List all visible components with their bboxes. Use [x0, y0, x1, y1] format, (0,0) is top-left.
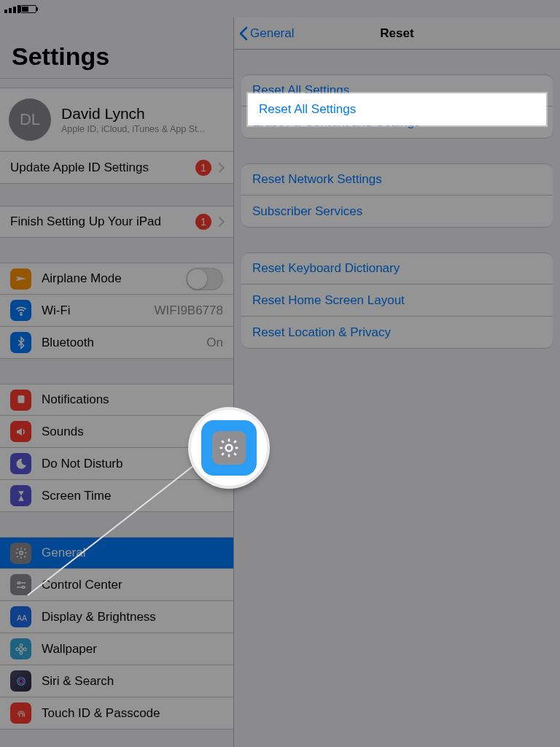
device-frame: Settings DL David Lynch Apple ID, iCloud…: [0, 0, 560, 747]
airplane-toggle[interactable]: [186, 268, 223, 290]
general-row[interactable]: General: [0, 537, 233, 569]
row-label: Subscriber Services: [252, 204, 362, 219]
display-row[interactable]: AA Display & Brightness: [0, 601, 233, 633]
row-label: Bluetooth: [42, 336, 206, 350]
sliders-icon: [10, 574, 31, 595]
control-center-row[interactable]: Control Center: [0, 569, 233, 601]
row-label: Touch ID & Passcode: [42, 706, 223, 721]
row-label: Control Center: [42, 578, 223, 592]
text-size-icon: AA: [10, 606, 31, 627]
battery-icon: [20, 5, 36, 13]
bluetooth-row[interactable]: Bluetooth On: [0, 327, 233, 359]
row-label: Display & Brightness: [42, 610, 223, 624]
bluetooth-icon: [10, 332, 31, 353]
touchid-row[interactable]: Touch ID & Passcode: [0, 697, 233, 729]
moon-icon: [10, 453, 31, 474]
gear-icon: [212, 431, 246, 465]
airplane-mode-row[interactable]: Airplane Mode: [0, 263, 233, 295]
row-label: Screen Time: [42, 489, 223, 503]
detail-navbar: General Reset: [234, 18, 560, 50]
settings-detail-pane: General Reset Reset All Settings Erase A…: [234, 18, 560, 747]
wallpaper-row[interactable]: Wallpaper: [0, 633, 233, 665]
badge: 1: [195, 160, 211, 176]
airplane-icon: [10, 268, 31, 290]
svg-point-4: [22, 586, 24, 588]
callout-circle: [191, 410, 267, 486]
svg-point-12: [19, 679, 23, 684]
signal-bars-icon: [4, 5, 20, 13]
flower-icon: [10, 638, 31, 659]
svg-point-9: [15, 648, 18, 651]
back-button[interactable]: General: [238, 18, 294, 49]
profile-name: David Lynch: [61, 105, 205, 123]
wifi-icon: [10, 300, 31, 321]
wifi-network-value: WIFI9B6778: [155, 303, 224, 318]
svg-point-2: [19, 551, 23, 555]
bluetooth-value: On: [206, 336, 223, 350]
back-label: General: [250, 26, 294, 41]
row-label: Reset Location & Privacy: [252, 325, 391, 340]
row-label: Airplane Mode: [42, 271, 186, 286]
reset-location-row[interactable]: Reset Location & Privacy: [241, 317, 553, 349]
chevron-right-icon: [214, 217, 225, 227]
row-label: Wi-Fi: [42, 303, 155, 318]
svg-point-6: [19, 647, 23, 651]
gear-icon: [10, 543, 31, 564]
page-title: Settings: [0, 18, 233, 78]
row-label: Notifications: [42, 392, 223, 407]
badge: 1: [195, 214, 211, 230]
update-apple-id-row[interactable]: Update Apple ID Settings 1: [0, 152, 233, 184]
subscriber-services-row[interactable]: Subscriber Services: [241, 196, 553, 228]
status-bar: [0, 0, 560, 18]
apple-id-profile-row[interactable]: DL David Lynch Apple ID, iCloud, iTunes …: [0, 88, 233, 152]
notifications-row[interactable]: Notifications: [0, 384, 233, 416]
highlighted-row-reset-all[interactable]: Reset All Settings: [248, 93, 546, 125]
row-label: Update Apple ID Settings: [10, 160, 190, 175]
screentime-row[interactable]: Screen Time: [0, 480, 233, 512]
siri-icon: [10, 670, 31, 692]
notifications-icon: [10, 390, 31, 411]
svg-point-11: [17, 677, 25, 685]
row-label: General: [42, 546, 223, 560]
row-label: Reset Network Settings: [252, 172, 382, 187]
reset-keyboard-row[interactable]: Reset Keyboard Dictionary: [241, 252, 553, 285]
profile-subtitle: Apple ID, iCloud, iTunes & App St...: [61, 124, 205, 134]
hourglass-icon: [10, 485, 31, 506]
reset-network-row[interactable]: Reset Network Settings: [241, 163, 553, 196]
row-label: Wallpaper: [42, 642, 223, 657]
reset-homescreen-row[interactable]: Reset Home Screen Layout: [241, 285, 553, 317]
chevron-right-icon: [214, 162, 225, 172]
row-label: Finish Setting Up Your iPad: [10, 214, 190, 229]
finish-setup-row[interactable]: Finish Setting Up Your iPad 1: [0, 206, 233, 238]
svg-point-10: [23, 648, 26, 651]
row-label: Reset All Settings: [259, 102, 356, 117]
svg-rect-1: [18, 395, 24, 403]
wifi-row[interactable]: Wi-Fi WIFI9B6778: [0, 295, 233, 327]
svg-point-7: [20, 643, 23, 646]
svg-text:AA: AA: [17, 613, 27, 622]
settings-master-pane: Settings DL David Lynch Apple ID, iCloud…: [0, 18, 234, 747]
detail-title: Reset: [380, 26, 413, 41]
row-label: Reset Home Screen Layout: [252, 293, 405, 308]
row-label: Siri & Search: [42, 674, 223, 689]
svg-point-0: [20, 314, 22, 315]
svg-point-8: [20, 651, 23, 654]
siri-row[interactable]: Siri & Search: [0, 665, 233, 697]
sounds-icon: [10, 421, 31, 442]
svg-point-3: [18, 581, 20, 584]
fingerprint-icon: [10, 703, 31, 724]
svg-point-13: [226, 445, 233, 452]
avatar: DL: [9, 98, 51, 141]
row-label: Reset Keyboard Dictionary: [252, 261, 400, 276]
